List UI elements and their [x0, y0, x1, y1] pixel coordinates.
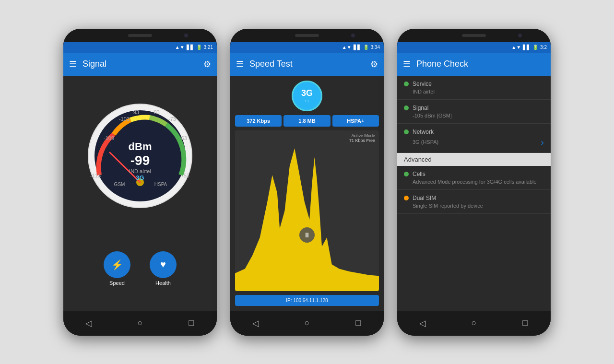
recent-button-1[interactable]: □ — [186, 317, 197, 329]
phone-check: ▲▼ ▋▋ 🔋 3:2 ☰ Phone Check Service IND ai… — [397, 29, 551, 336]
phones-container: ▲▼ ▋▋ 🔋 3:21 ☰ Signal ⚙ — [0, 0, 614, 364]
speed-btn-circle: ⚡ — [104, 251, 130, 278]
home-icon-3: ○ — [472, 318, 477, 328]
phone-check-content: Service IND airtel Signal -105 dBm [GSM] — [397, 76, 551, 311]
gauge-carrier: IND airtel — [129, 168, 152, 174]
health-btn-label: Health — [155, 280, 171, 286]
svg-text:GSM: GSM — [114, 182, 125, 187]
hamburger-icon-3[interactable]: ☰ — [403, 59, 411, 70]
svg-text:HSPA: HSPA — [154, 182, 167, 187]
cells-title: Cells — [413, 171, 425, 177]
svg-text:-53: -53 — [182, 173, 189, 178]
recent-icon-3: □ — [522, 318, 528, 328]
cells-dot — [404, 172, 409, 176]
signal-value: -105 dBm [GSM] — [413, 113, 544, 118]
speed-ip-bar: IP: 100.64.11.1.128 — [235, 295, 379, 306]
recent-button-2[interactable]: □ — [353, 317, 364, 329]
back-button-3[interactable]: ◁ — [417, 317, 428, 329]
gauge-network: 3G — [129, 174, 152, 181]
svg-marker-14 — [235, 148, 379, 291]
signal-status-2: ▋▋ — [354, 45, 361, 50]
chevron-right-icon: › — [541, 137, 544, 148]
time-display-3: 3:2 — [540, 45, 547, 50]
signal-status-1: ▋▋ — [187, 45, 194, 50]
speed-3g-text: 3G — [301, 88, 313, 98]
speed-icon: ⚡ — [111, 259, 123, 270]
check-item-cells: Cells Advanced Mode processing for 3G/4G… — [397, 166, 551, 190]
back-icon-3: ◁ — [419, 318, 426, 329]
pause-button[interactable]: ⏸ — [299, 227, 315, 243]
time-display-1: 3:21 — [204, 45, 213, 50]
advanced-section-header: Advanced — [397, 153, 551, 166]
phone-top-bar-1 — [63, 29, 217, 42]
signal-status-3: ▋▋ — [523, 45, 531, 50]
hamburger-icon-1[interactable]: ☰ — [69, 59, 77, 70]
phone-speaker-1 — [128, 34, 152, 37]
speed-button[interactable]: ⚡ Speed — [104, 251, 130, 286]
health-btn-circle: ♥ — [150, 251, 177, 278]
gauge-value: -99 — [129, 153, 152, 168]
app-title-speed: Speed Test — [249, 59, 370, 69]
back-icon-1: ◁ — [85, 318, 92, 329]
app-bar-check: ☰ Phone Check — [397, 53, 551, 76]
recent-icon-1: □ — [189, 318, 194, 328]
speed-3g-sub: ↑↓ — [305, 98, 309, 103]
app-title-signal: Signal — [83, 59, 203, 69]
phone-top-bar-3 — [397, 29, 551, 42]
health-button[interactable]: ♥ Health — [150, 251, 177, 286]
phone-camera-3 — [518, 34, 522, 37]
signal-dot — [404, 106, 409, 110]
speed-btn-label: Speed — [109, 280, 125, 286]
speed-chart-label: Active Mode 71 Kbps Free — [349, 133, 375, 143]
battery-status-1: 🔋 — [196, 45, 202, 50]
hamburger-icon-2[interactable]: ☰ — [236, 59, 244, 70]
recent-button-3[interactable]: □ — [520, 317, 531, 329]
battery-status-2: 🔋 — [363, 45, 369, 50]
phone-screen-check: ▲▼ ▋▋ 🔋 3:2 ☰ Phone Check Service IND ai… — [397, 42, 551, 311]
check-item-network[interactable]: Network 3G (HSPA) › — [397, 124, 551, 153]
recent-icon-2: □ — [355, 318, 361, 328]
settings-icon-2[interactable]: ⚙ — [370, 59, 378, 70]
bottom-nav-1: ◁ ○ □ — [63, 311, 217, 336]
speed-chart: Active Mode 71 Kbps Free ⏸ — [235, 130, 379, 291]
check-item-header-network: Network — [404, 129, 544, 135]
home-button-1[interactable]: ○ — [134, 317, 146, 329]
bottom-nav-2: ◁ ○ □ — [230, 311, 384, 336]
phone-speaker-2 — [295, 34, 319, 37]
speed-stat-kbps: 372 Kbps — [235, 115, 282, 127]
wifi-status-icon-3: ▲▼ — [511, 45, 521, 50]
cells-value: Advanced Mode processing for 3G/4G cells… — [413, 179, 544, 185]
settings-icon-1[interactable]: ⚙ — [203, 59, 211, 70]
pause-icon: ⏸ — [304, 231, 310, 239]
svg-text:-63: -63 — [179, 135, 187, 141]
app-bar-signal: ☰ Signal ⚙ — [63, 53, 217, 76]
signal-gauge: -113 -109 -103 -93 -83 -73 -63 -53 GSM H… — [85, 101, 195, 211]
service-dot — [404, 82, 409, 86]
check-item-header-cells: Cells — [404, 171, 544, 177]
svg-text:-73: -73 — [168, 116, 176, 122]
service-value: IND airtel — [413, 89, 544, 94]
check-item-service: Service IND airtel — [397, 76, 551, 100]
time-display-2: 3:34 — [371, 45, 380, 50]
check-item-header-signal: Signal — [404, 105, 544, 111]
network-value: 3G (HSPA) — [413, 139, 438, 145]
home-icon-2: ○ — [305, 318, 310, 328]
health-icon: ♥ — [160, 259, 166, 270]
svg-text:-113: -113 — [90, 173, 101, 178]
phone-screen-signal: ▲▼ ▋▋ 🔋 3:21 ☰ Signal ⚙ — [63, 42, 217, 311]
dualsim-value: Single SIM reported by device — [413, 203, 544, 209]
status-bar-1: ▲▼ ▋▋ 🔋 3:21 — [63, 42, 217, 53]
phone-screen-speed: ▲▼ ▋▋ 🔋 3:34 ☰ Speed Test ⚙ 3G ↑↓ 372 Kb… — [230, 42, 384, 311]
back-button-1[interactable]: ◁ — [83, 317, 94, 329]
home-button-3[interactable]: ○ — [468, 317, 480, 329]
phone-camera-2 — [351, 34, 355, 37]
speed-content: 3G ↑↓ 372 Kbps 1.8 MB HSPA+ Active Mode … — [230, 76, 384, 311]
check-item-header-dualsim: Dual SIM — [404, 195, 544, 201]
svg-text:-83: -83 — [152, 109, 160, 115]
home-button-2[interactable]: ○ — [301, 317, 313, 329]
phone-camera-1 — [184, 34, 188, 37]
back-button-2[interactable]: ◁ — [250, 317, 261, 329]
signal-title: Signal — [413, 105, 428, 111]
phone-signal: ▲▼ ▋▋ 🔋 3:21 ☰ Signal ⚙ — [63, 29, 217, 336]
battery-status-3: 🔋 — [532, 45, 538, 50]
